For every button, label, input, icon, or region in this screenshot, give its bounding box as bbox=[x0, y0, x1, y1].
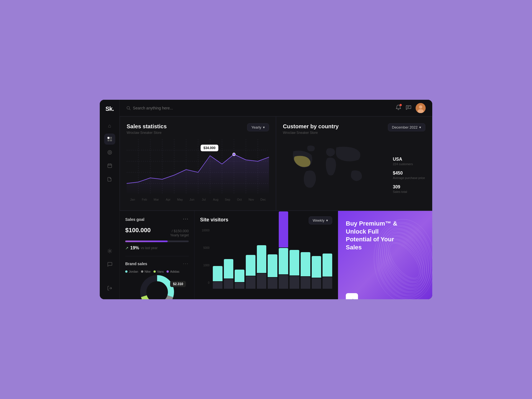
sidebar-item-shop[interactable] bbox=[104, 147, 115, 158]
notification-icon[interactable] bbox=[396, 104, 401, 111]
bar-group-10 bbox=[312, 256, 321, 289]
bar-dark-4 bbox=[246, 276, 255, 289]
period-dropdown[interactable]: Yearly ▾ bbox=[247, 123, 269, 131]
sales-total-stat: 309 Sales total bbox=[393, 185, 425, 193]
growth-badge: ↗ 19% vs last year bbox=[125, 245, 189, 250]
bar-dark-6 bbox=[268, 278, 277, 289]
bar-group-2 bbox=[224, 259, 234, 289]
sales-total-value: 309 bbox=[393, 185, 425, 190]
donut-tooltip: $2.310 bbox=[170, 281, 186, 287]
app-logo: Sk. bbox=[105, 105, 114, 112]
country-name-stat: USA 224 customers bbox=[393, 157, 425, 166]
premium-arrow-icon: → bbox=[349, 296, 354, 300]
svg-rect-0 bbox=[108, 137, 109, 139]
sidebar-item-dashboard[interactable] bbox=[104, 134, 115, 145]
bar-group-6 bbox=[268, 254, 277, 289]
bars-area bbox=[213, 229, 332, 290]
visitors-period-dropdown[interactable]: Weekly ▾ bbox=[309, 216, 332, 224]
customers-count: 224 customers bbox=[393, 162, 425, 166]
svg-point-5 bbox=[109, 152, 111, 153]
y-10000: 10000 bbox=[200, 229, 209, 232]
growth-comparison-label: vs last year bbox=[141, 246, 158, 250]
nike-label: Nike bbox=[145, 270, 151, 273]
brand-sales-header: Brand sales ··· bbox=[125, 261, 189, 267]
content-area: Sales statistics Wroclaw Sneaker Store Y… bbox=[120, 116, 432, 299]
bar-dark-8 bbox=[290, 276, 299, 289]
sidebar-item-logout[interactable] bbox=[104, 283, 115, 294]
sales-total-label: Sales total bbox=[393, 190, 425, 193]
month-jan: Jan bbox=[127, 198, 139, 201]
chart-months: Jan Feb Mar Apr May Jun Jul Aug Sep Oct … bbox=[127, 198, 269, 201]
sidebar-item-calendar[interactable] bbox=[104, 160, 115, 171]
search-icon bbox=[126, 106, 131, 110]
legend-jordan: Jordan bbox=[125, 270, 138, 273]
bar-dark-5 bbox=[257, 273, 267, 289]
brand-sales-title: Brand sales bbox=[125, 262, 147, 266]
header-actions bbox=[396, 103, 426, 113]
legend-nike: Nike bbox=[141, 270, 151, 273]
world-map bbox=[283, 139, 387, 200]
sales-goal-section: Sales goal ··· $100.000 / $150.000 Yearl… bbox=[120, 211, 195, 299]
sidebar-item-files[interactable] bbox=[104, 173, 115, 185]
chart-area: $34.000 bbox=[127, 139, 269, 203]
donut-chart bbox=[139, 274, 175, 299]
bar-teal-1 bbox=[213, 266, 222, 281]
notification-dot bbox=[400, 104, 402, 106]
month-feb: Feb bbox=[139, 198, 150, 201]
customer-by-country-card: Customer by country Wroclaw Sneaker Stor… bbox=[276, 116, 432, 211]
country-stats: USA 224 customers $450 Average purchase … bbox=[393, 139, 425, 211]
month-aug: Aug bbox=[210, 198, 222, 201]
month-nov: Nov bbox=[245, 198, 257, 201]
adidas-label: Adidas bbox=[170, 270, 180, 273]
bar-dark-9 bbox=[301, 277, 310, 289]
month-may: May bbox=[174, 198, 186, 201]
avatar[interactable] bbox=[416, 103, 426, 113]
main-content: Sales statistics Wroclaw Sneaker Store Y… bbox=[120, 100, 432, 299]
sidebar-item-home[interactable]: ⌂ bbox=[104, 120, 115, 131]
search-input[interactable] bbox=[133, 106, 392, 110]
premium-cta-button[interactable]: → bbox=[346, 293, 358, 299]
brand-sales-more[interactable]: ··· bbox=[183, 261, 189, 267]
date-dropdown[interactable]: December 2022 ▾ bbox=[388, 123, 426, 131]
sidebar-item-messages[interactable] bbox=[104, 259, 115, 270]
premium-title: Buy Premium™ & Unlock Full Potential of … bbox=[346, 220, 401, 251]
goal-amounts: $100.000 / $150.000 Yearly target bbox=[125, 227, 189, 237]
chat-icon[interactable] bbox=[406, 104, 411, 111]
y-5000: 5000 bbox=[200, 246, 209, 249]
goal-target-area: / $150.000 Yearly target bbox=[170, 228, 189, 237]
bar-teal-7 bbox=[279, 248, 288, 274]
bar-dark-7 bbox=[279, 275, 288, 289]
svg-rect-2 bbox=[108, 139, 109, 141]
legend-vans: Vans bbox=[154, 270, 164, 273]
legend-adidas: Adidas bbox=[167, 270, 180, 273]
y-1000: 1000 bbox=[200, 264, 209, 267]
premium-card: Buy Premium™ & Unlock Full Potential of … bbox=[338, 211, 432, 299]
avg-purchase-stat: $450 Average purchase price bbox=[393, 171, 425, 180]
bar-teal-9 bbox=[301, 252, 310, 276]
country-map-area: USA 224 customers $450 Average purchase … bbox=[283, 139, 425, 211]
svg-line-12 bbox=[129, 109, 131, 110]
chart-tooltip: $34.000 bbox=[201, 145, 218, 151]
svg-rect-6 bbox=[108, 164, 112, 168]
svg-rect-1 bbox=[110, 137, 112, 139]
svg-point-10 bbox=[109, 250, 111, 252]
brand-sales-section: Brand sales ··· Jordan Nike bbox=[125, 256, 189, 299]
bar-group-7 bbox=[279, 211, 288, 289]
sales-goal-more[interactable]: ··· bbox=[183, 216, 189, 222]
sidebar-item-settings[interactable] bbox=[104, 245, 115, 257]
month-dec: Dec bbox=[257, 198, 269, 201]
bar-group-11 bbox=[323, 254, 332, 289]
bar-group-9 bbox=[301, 252, 310, 289]
vans-dot bbox=[154, 270, 156, 273]
bar-purple-7 bbox=[279, 211, 288, 247]
bar-teal-2 bbox=[224, 259, 234, 278]
svg-point-4 bbox=[108, 150, 112, 154]
bar-teal-10 bbox=[312, 256, 321, 278]
bar-group-8 bbox=[290, 250, 299, 289]
bar-dark-11 bbox=[323, 277, 332, 289]
growth-arrow-icon: ↗ bbox=[125, 246, 129, 250]
map-svg bbox=[283, 139, 387, 200]
svg-point-16 bbox=[419, 105, 422, 109]
site-visitors-card: Site visitors Weekly ▾ 10000 5000 1000 0 bbox=[195, 211, 338, 299]
sales-stats-subtitle: Wroclaw Sneaker Store bbox=[127, 131, 269, 135]
